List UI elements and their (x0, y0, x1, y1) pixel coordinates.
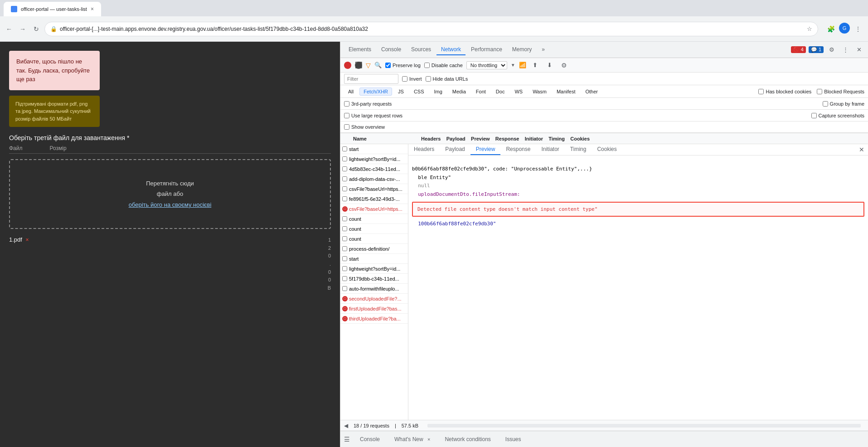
filter-media[interactable]: Media (448, 87, 470, 96)
forward-button[interactable]: → (17, 24, 28, 34)
filter-other[interactable]: Other (581, 87, 602, 96)
row-checkbox[interactable] (342, 166, 347, 171)
file-remove-btn[interactable]: × (26, 237, 29, 243)
row-checkbox[interactable] (342, 226, 347, 231)
bottom-tab-whats-new[interactable]: What's New × (390, 434, 435, 444)
preview-tab-cookies[interactable]: Cookies (592, 144, 622, 155)
network-row[interactable]: start (340, 144, 408, 154)
invert-input[interactable] (402, 76, 407, 82)
network-row-error[interactable]: □ csvFile?baseUrl=https... (340, 204, 408, 214)
disable-cache-input[interactable] (424, 63, 430, 68)
reload-button[interactable]: ↻ (31, 24, 42, 34)
filter-input[interactable] (344, 74, 398, 84)
network-row[interactable]: count (340, 224, 408, 234)
use-large-rows-input[interactable] (344, 113, 349, 118)
row-checkbox[interactable] (342, 256, 347, 261)
row-checkbox[interactable] (342, 286, 347, 291)
network-settings-btn[interactable]: ⚙ (559, 60, 570, 71)
filter-img[interactable]: Img (430, 87, 446, 96)
disable-cache-checkbox[interactable]: Disable cache (424, 63, 463, 68)
row-checkbox[interactable] (342, 276, 347, 281)
hide-data-urls-input[interactable] (426, 76, 431, 82)
show-overview-checkbox[interactable]: Show overview (344, 124, 385, 130)
throttle-select[interactable]: No throttling (466, 61, 507, 69)
stop-button[interactable]: ⬛ (355, 62, 362, 69)
network-row[interactable]: csvFile?baseUrl=https... (340, 184, 408, 194)
filter-font[interactable]: Font (472, 87, 490, 96)
filter-manifest[interactable]: Manifest (553, 87, 580, 96)
upload-har-btn[interactable]: ⬆ (530, 60, 541, 71)
network-row[interactable]: lightweight?sortBy=id... (340, 154, 408, 164)
drop-link[interactable]: оберіть його на своєму носієві (129, 201, 212, 208)
network-row[interactable]: fe8961f5-6e32-49d3-... (340, 194, 408, 204)
preserve-log-checkbox[interactable]: Preserve log (385, 63, 421, 68)
network-row[interactable]: lightweight?sortBy=id... (340, 264, 408, 274)
network-row[interactable]: count (340, 214, 408, 224)
preview-tab-payload[interactable]: Payload (440, 144, 470, 155)
drop-zone[interactable]: Перетягніть сюди файл або оберіть його н… (9, 159, 331, 229)
preview-tab-headers[interactable]: Headers (408, 144, 440, 155)
filter-fetch-xhr[interactable]: Fetch/XHR (359, 87, 392, 96)
use-large-rows-checkbox[interactable]: Use large request rows (344, 113, 402, 118)
show-overview-input[interactable] (344, 124, 349, 130)
row-checkbox[interactable] (342, 146, 347, 151)
whats-new-close[interactable]: × (427, 437, 430, 442)
row-checkbox[interactable] (342, 186, 347, 191)
preview-close-btn[interactable]: ✕ (855, 144, 868, 155)
scroll-left-btn[interactable]: ◀ (344, 423, 348, 429)
network-row[interactable]: count (340, 234, 408, 244)
invert-checkbox[interactable]: Invert (402, 76, 422, 82)
capture-screenshots-input[interactable] (811, 113, 817, 118)
filter-wasm[interactable]: Wasm (529, 87, 551, 96)
network-row[interactable]: start (340, 254, 408, 264)
devtools-close-btn[interactable]: ✕ (853, 44, 864, 55)
preview-tab-preview[interactable]: Preview (470, 144, 501, 155)
more-menu-button[interactable]: ⋮ (852, 23, 864, 35)
network-row[interactable]: auto-formwithfileuplo... (340, 284, 408, 294)
third-party-input[interactable] (344, 101, 349, 107)
filter-ws[interactable]: WS (510, 87, 527, 96)
preserve-log-input[interactable] (385, 63, 391, 68)
tab-memory[interactable]: Memory (508, 44, 536, 55)
third-party-checkbox[interactable]: 3rd-party requests (344, 101, 392, 107)
blocked-requests-input[interactable] (817, 89, 822, 94)
tab-sources[interactable]: Sources (407, 44, 436, 55)
row-checkbox[interactable] (342, 246, 347, 251)
record-button[interactable] (344, 62, 351, 69)
has-blocked-cookies-checkbox[interactable]: Has blocked cookies (758, 89, 811, 94)
bottom-tab-network-conditions[interactable]: Network conditions (440, 434, 495, 444)
row-checkbox[interactable] (342, 236, 347, 241)
bottom-tab-issues[interactable]: Issues (501, 434, 526, 444)
address-bar[interactable]: 🔒 officer-portal-[...]-test-main.apps.en… (44, 22, 818, 36)
network-row-error[interactable]: □ firstUploadedFile?bas... (340, 304, 408, 314)
preview-tab-timing[interactable]: Timing (565, 144, 592, 155)
blocked-requests-checkbox[interactable]: Blocked Requests (817, 89, 864, 94)
tab-close-btn[interactable]: × (91, 6, 94, 12)
group-by-frame-input[interactable] (823, 101, 828, 107)
network-row[interactable]: 5f179dbb-c34b-11ed... (340, 274, 408, 284)
filter-js[interactable]: JS (394, 87, 408, 96)
devtools-more-btn[interactable]: ⋮ (840, 44, 851, 55)
devtools-settings-btn[interactable]: ⚙ (826, 44, 837, 55)
filter-css[interactable]: CSS (410, 87, 428, 96)
network-row[interactable]: 4d5b83ec-c34b-11ed... (340, 164, 408, 174)
filter-all[interactable]: All (344, 87, 358, 96)
download-har-btn[interactable]: ⬇ (544, 60, 555, 71)
has-blocked-cookies-input[interactable] (758, 89, 764, 94)
row-checkbox[interactable] (342, 156, 347, 161)
back-button[interactable]: ← (4, 24, 15, 34)
search-button[interactable]: 🔍 (374, 62, 382, 68)
network-row[interactable]: add-diplom-data-csv-... (340, 174, 408, 184)
row-checkbox[interactable] (342, 216, 347, 221)
hide-data-urls-checkbox[interactable]: Hide data URLs (426, 76, 468, 82)
preview-tab-initiator[interactable]: Initiator (536, 144, 564, 155)
tab-performance[interactable]: Performance (466, 44, 507, 55)
bottom-tab-console[interactable]: Console (355, 434, 384, 444)
tab-more[interactable]: » (537, 44, 549, 55)
network-row[interactable]: process-definition/ (340, 244, 408, 254)
preview-tab-response[interactable]: Response (500, 144, 536, 155)
group-by-frame-checkbox[interactable]: Group by frame (823, 101, 864, 107)
row-checkbox[interactable] (342, 196, 347, 201)
profile-avatar[interactable]: G (839, 23, 850, 34)
filter-icon[interactable]: ▽ (366, 62, 371, 69)
